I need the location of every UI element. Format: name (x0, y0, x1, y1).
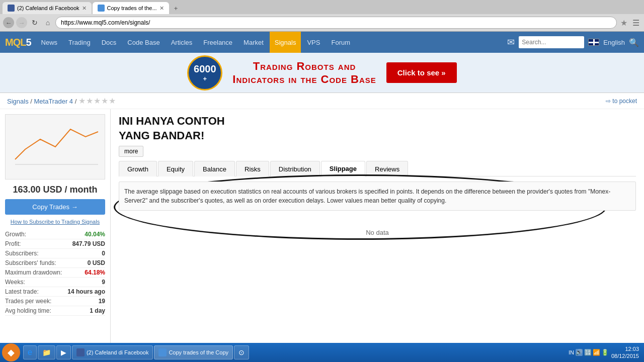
stat-sub-funds-value: 0 USD (88, 259, 105, 266)
stat-latest-trade-label: Latest trade: (5, 288, 39, 295)
stat-latest-trade: Latest trade: 14 hours ago (5, 287, 105, 297)
taskbar-time-display: 12:03 (611, 345, 639, 352)
nav-search-input[interactable] (519, 36, 584, 48)
start-button[interactable]: ◆ (2, 343, 20, 361)
tab-mql5[interactable]: Copy trades of the... ✕ (93, 2, 169, 14)
stat-drawdown-label: Maximum drawdown: (5, 269, 62, 276)
nav-item-market[interactable]: Market (238, 32, 269, 53)
breadcrumb-signals-link[interactable]: Signals (7, 98, 29, 105)
tab-close-cafeland[interactable]: ✕ (82, 5, 87, 12)
tab-cafeland[interactable]: (2) Cafeland di Facebook ✕ (3, 2, 92, 14)
stat-avg-holding: Avg holding time: 1 day (5, 306, 105, 316)
stat-growth-value: 40.04% (85, 231, 105, 238)
home-button[interactable]: ⌂ (42, 17, 53, 28)
no-data-label: No data (119, 219, 636, 246)
bookmark-button[interactable]: ★ (619, 18, 629, 28)
stat-growth: Growth: 40.04% (5, 230, 105, 239)
signal-title-line2: YANG BANDAR! (119, 129, 636, 143)
stat-weeks-value: 9 (102, 279, 105, 286)
taskbar-media-icon[interactable]: ▶ (56, 345, 71, 359)
tab-distribution[interactable]: Distribution (270, 161, 320, 176)
new-tab-button[interactable]: + (170, 2, 182, 14)
systray-volume-icon[interactable]: 🔊 (576, 349, 583, 356)
more-button[interactable]: more (119, 146, 143, 157)
taskbar-date-display: 08/12/2015 (611, 352, 639, 359)
promo-banner: 6000 + Trading Robots and Indicators in … (0, 53, 644, 93)
taskbar-mql5-label: Copy trades of the Copy (169, 349, 228, 355)
media-icon: ▶ (61, 348, 66, 356)
breadcrumb: Signals / MetaTrader 4 / ★★★★★ (7, 96, 116, 106)
ie-icon: e (28, 348, 32, 357)
stat-trades-per-week-label: Trades per week: (5, 298, 51, 305)
tab-risks[interactable]: Risks (236, 161, 269, 176)
content-area: INI HANYA CONTOH YANG BANDAR! more Growt… (111, 109, 644, 362)
stat-avg-holding-value: 1 day (90, 307, 105, 314)
stat-trades-per-week-value: 19 (99, 298, 105, 305)
tabs-bar: Growth Equity Balance Risks Distribution… (119, 161, 636, 176)
nav-item-vps[interactable]: VPS (302, 32, 325, 53)
banner-cta-button[interactable]: Click to see » (386, 62, 457, 83)
banner-text: Trading Robots and Indicators in the Cod… (232, 60, 376, 86)
stat-profit: Profit: 847.79 USD (5, 239, 105, 249)
browser-chrome: (2) Cafeland di Facebook ✕ Copy trades o… (0, 0, 644, 32)
taskbar-mql5[interactable]: Copy trades of the Copy (154, 345, 233, 359)
copy-trades-button[interactable]: Copy Trades → (5, 199, 105, 215)
banner-title: Trading Robots and Indicators in the Cod… (232, 60, 376, 86)
nav-item-news[interactable]: News (36, 32, 63, 53)
taskbar-cafeland-label: (2) Cafeland di Facebook (87, 349, 149, 355)
taskbar-ie-icon[interactable]: e (23, 345, 37, 359)
tab-label-cafeland: (2) Cafeland di Facebook (17, 5, 79, 11)
tab-equity[interactable]: Equity (158, 161, 193, 176)
address-input[interactable] (55, 17, 617, 29)
stat-profit-value: 847.79 USD (72, 240, 105, 247)
nav-language-label[interactable]: English (603, 39, 625, 46)
nav-item-freelance[interactable]: Freelance (198, 32, 237, 53)
nav-item-articles[interactable]: Articles (166, 32, 198, 53)
nav-item-trading[interactable]: Trading (63, 32, 96, 53)
breadcrumb-metatrader-link[interactable]: MetaTrader 4 (34, 98, 73, 105)
systray-network-icon: 📶 (593, 349, 600, 356)
uk-flag-icon (588, 39, 599, 46)
back-button[interactable]: ← (3, 17, 14, 28)
tab-close-mql5[interactable]: ✕ (159, 5, 164, 12)
systray-battery-icon: 🔋 (601, 349, 608, 356)
reload-button[interactable]: ↻ (29, 17, 40, 28)
settings-button[interactable]: ☰ (631, 18, 641, 28)
taskbar-cafeland[interactable]: (2) Cafeland di Facebook (72, 345, 153, 359)
subscribe-link[interactable]: How to Subscribe to Trading Signals (5, 219, 105, 225)
stat-subscribers-label: Subscribers: (5, 250, 39, 257)
breadcrumb-bar: Signals / MetaTrader 4 / ★★★★★ ⇨ to pock… (0, 93, 644, 109)
slippage-description: The average slippage based on execution … (119, 182, 636, 211)
taskbar-chrome-icon[interactable]: ⊙ (234, 345, 249, 359)
tab-reviews[interactable]: Reviews (366, 161, 408, 176)
nav-message-icon[interactable]: ✉ (507, 37, 515, 48)
sidebar-chart (5, 114, 105, 179)
stat-profit-label: Profit: (5, 240, 21, 247)
tab-slippage[interactable]: Slippage (321, 161, 365, 176)
sidebar-chart-svg (10, 119, 101, 174)
stat-avg-holding-label: Avg holding time: (5, 307, 51, 314)
taskbar-right: IN 🔊 🔢 📶 🔋 12:03 08/12/2015 (569, 345, 642, 360)
stat-subscribers-value: 0 (102, 250, 105, 257)
taskbar-folder-icon[interactable]: 📁 (38, 345, 55, 359)
nav-item-docs[interactable]: Docs (97, 32, 122, 53)
nav-item-codebase[interactable]: Code Base (122, 32, 165, 53)
tab-balance[interactable]: Balance (194, 161, 235, 176)
forward-button[interactable]: → (16, 17, 27, 28)
stat-latest-trade-value: 14 hours ago (67, 288, 105, 295)
stat-growth-label: Growth: (5, 231, 26, 238)
tab-growth[interactable]: Growth (119, 161, 157, 176)
sidebar-price: 163.00 USD / month (5, 185, 105, 195)
banner-badge: 6000 + (187, 55, 222, 90)
stat-subscribers: Subscribers: 0 (5, 249, 105, 258)
slippage-panel: The average slippage based on execution … (119, 182, 636, 246)
nav-search-icon[interactable]: 🔍 (629, 38, 639, 47)
rating-stars[interactable]: ★★★★★ (78, 97, 116, 105)
tab-favicon-cafeland (8, 5, 15, 12)
nav-item-forum[interactable]: Forum (326, 32, 355, 53)
nav-item-signals[interactable]: Signals (270, 32, 301, 53)
nav-right: ✉ English 🔍 (507, 36, 639, 48)
taskbar-clock: 12:03 08/12/2015 (611, 345, 639, 360)
banner-badge-plus: + (203, 75, 207, 82)
to-pocket-link[interactable]: ⇨ to pocket (606, 98, 637, 105)
